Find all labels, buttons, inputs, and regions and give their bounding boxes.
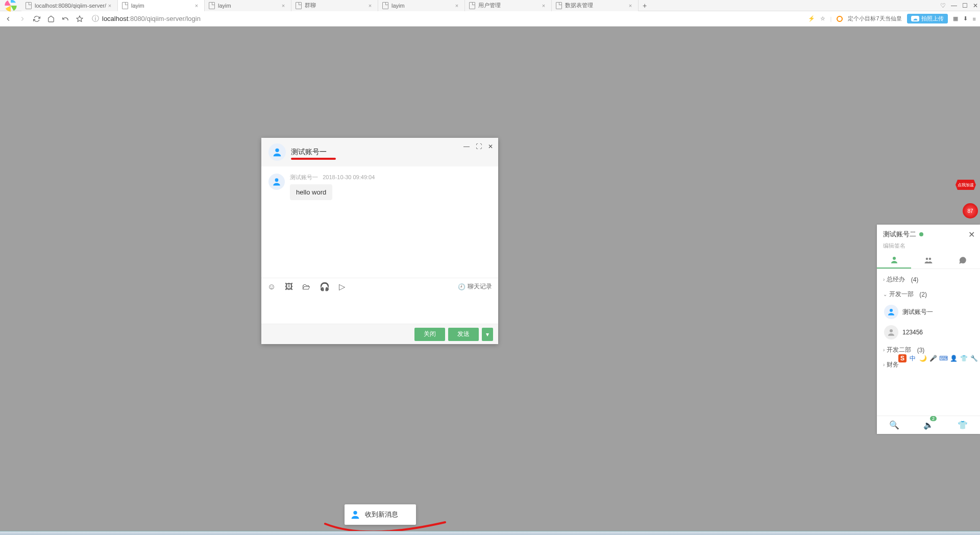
- browser-logo[interactable]: [0, 0, 21, 11]
- ime-shirt-icon[interactable]: 👕: [960, 354, 968, 362]
- file-icon[interactable]: 🗁: [302, 282, 310, 291]
- close-icon[interactable]: ×: [366, 3, 374, 9]
- tab-1[interactable]: layim×: [118, 0, 205, 11]
- close-button[interactable]: 关闭: [414, 328, 445, 341]
- tab-4[interactable]: layim×: [378, 0, 465, 11]
- url-host: localhost: [102, 15, 128, 22]
- send-button[interactable]: 发送: [448, 328, 479, 341]
- close-icon[interactable]: ×: [193, 3, 200, 9]
- url-path: /qiqiim-server/login: [145, 15, 201, 22]
- friends-panel: 测试账号二 编辑签名 ✕ ›总经办 (4) ⌄开发一部 (2) 测试账号一 12…: [877, 225, 980, 434]
- taskbar: [0, 531, 980, 535]
- close-icon[interactable]: ×: [453, 3, 460, 9]
- download-icon[interactable]: ⬇: [963, 15, 968, 22]
- close-icon[interactable]: ✕: [968, 230, 975, 239]
- friend-item[interactable]: 测试账号一: [877, 302, 980, 322]
- maximize-icon[interactable]: ☐: [962, 2, 968, 9]
- reload-icon[interactable]: [33, 15, 41, 23]
- svg-point-8: [890, 309, 893, 312]
- back-icon[interactable]: [4, 15, 12, 23]
- tab-3[interactable]: 群聊×: [291, 0, 378, 11]
- group-item[interactable]: ›总经办 (4): [877, 272, 980, 287]
- upload-button[interactable]: ☁拍照上传: [907, 14, 948, 23]
- skin-icon[interactable]: 👕: [958, 420, 968, 430]
- flash-icon[interactable]: ⚡: [808, 15, 815, 22]
- tab-groups[interactable]: [911, 252, 945, 269]
- new-tab-button[interactable]: +: [639, 2, 651, 10]
- star-icon[interactable]: ☆: [820, 15, 825, 22]
- close-icon[interactable]: ×: [280, 3, 287, 9]
- chat-input[interactable]: [261, 295, 498, 324]
- tab-5[interactable]: 用户管理×: [465, 0, 552, 11]
- page-icon: [556, 2, 562, 9]
- chat-history-button[interactable]: 🕘聊天记录: [458, 282, 492, 291]
- ime-moon-icon[interactable]: 🌙: [919, 354, 927, 362]
- maximize-icon[interactable]: ⛶: [476, 143, 482, 150]
- tab-label: layim: [218, 3, 280, 9]
- chat-title-text: 测试账号一: [291, 148, 327, 156]
- toast-text: 收到新消息: [365, 510, 398, 519]
- minimize-icon[interactable]: —: [463, 143, 470, 150]
- tab-contacts[interactable]: [877, 252, 911, 269]
- friends-tabs: [877, 252, 980, 269]
- divider: |: [830, 16, 832, 22]
- menu-icon[interactable]: ≡: [973, 16, 976, 22]
- svg-point-3: [275, 178, 279, 182]
- apps-icon[interactable]: ▦: [953, 15, 958, 22]
- tab-0[interactable]: localhost:8080/qiqiim-server/×: [21, 0, 118, 11]
- emoji-icon[interactable]: ☺: [267, 282, 276, 291]
- svg-marker-1: [77, 16, 83, 21]
- bookmark-icon[interactable]: [76, 15, 84, 23]
- address-bar[interactable]: ⓘ localhost:8080/qiqiim-server/login: [92, 14, 201, 23]
- minimize-icon[interactable]: —: [951, 2, 957, 9]
- tab-2[interactable]: layim×: [205, 0, 291, 11]
- close-icon[interactable]: ×: [106, 3, 113, 9]
- ime-lang[interactable]: 中: [909, 354, 917, 362]
- browser-chrome: localhost:8080/qiqiim-server/× layim× la…: [0, 0, 980, 27]
- window-menu-icon[interactable]: ♡: [940, 2, 946, 9]
- avatar: [884, 305, 898, 319]
- send-dropdown[interactable]: ▾: [482, 328, 493, 341]
- close-icon[interactable]: ×: [627, 3, 634, 9]
- my-name-text: 测试账号二: [883, 230, 916, 239]
- tab-6[interactable]: 数据表管理×: [552, 0, 639, 11]
- friend-name: 测试账号一: [902, 308, 933, 317]
- chat-window: 测试账号一 — ⛶ ✕ 测试账号一 2018-10-30 09:49:04 he…: [261, 138, 498, 344]
- ime-keyboard-icon[interactable]: ⌨: [939, 354, 947, 362]
- search-icon[interactable]: 🔍: [889, 420, 899, 430]
- chat-footer: 关闭 发送 ▾: [261, 324, 498, 344]
- search-engine-icon[interactable]: [837, 16, 843, 22]
- image-icon[interactable]: 🖼: [285, 282, 293, 291]
- home-icon[interactable]: [47, 15, 55, 23]
- svg-point-5: [893, 257, 896, 260]
- signature[interactable]: 编辑签名: [883, 242, 974, 250]
- promo-badge: 87: [963, 203, 978, 218]
- friend-item[interactable]: 123456: [877, 322, 980, 343]
- cloud-icon: ☁: [911, 16, 919, 21]
- promo-widget[interactable]: 点我加速 87: [955, 180, 980, 221]
- avatar: [268, 174, 285, 190]
- ime-user-icon[interactable]: 👤: [949, 354, 958, 362]
- undo-icon[interactable]: [61, 15, 69, 23]
- svg-point-7: [929, 257, 932, 260]
- video-icon[interactable]: ▷: [339, 282, 345, 291]
- upload-label: 拍照上传: [921, 15, 944, 22]
- friends-list: ›总经办 (4) ⌄开发一部 (2) 测试账号一 123456 ›开发二部 (3…: [877, 269, 980, 416]
- close-icon[interactable]: ×: [540, 3, 547, 9]
- search-hint: 定个小目标7天当仙皇: [848, 15, 901, 22]
- group-item[interactable]: ⌄开发一部 (2): [877, 287, 980, 302]
- tab-messages[interactable]: [946, 252, 980, 269]
- tab-bar: localhost:8080/qiqiim-server/× layim× la…: [0, 0, 980, 11]
- close-icon[interactable]: ✕: [488, 143, 493, 150]
- chevron-right-icon: ›: [883, 347, 885, 353]
- close-icon[interactable]: ✕: [973, 2, 978, 9]
- tab-label: 群聊: [305, 2, 366, 9]
- audio-icon[interactable]: 🎧: [320, 282, 330, 291]
- page-icon: [209, 2, 215, 9]
- notification-icon[interactable]: 🔈2: [923, 420, 934, 430]
- ime-tool-icon[interactable]: 🔧: [970, 354, 978, 362]
- badge-count: 2: [930, 416, 937, 421]
- forward-icon[interactable]: [18, 15, 27, 23]
- sogou-icon[interactable]: S: [898, 354, 906, 362]
- ime-mic-icon[interactable]: 🎤: [929, 354, 937, 362]
